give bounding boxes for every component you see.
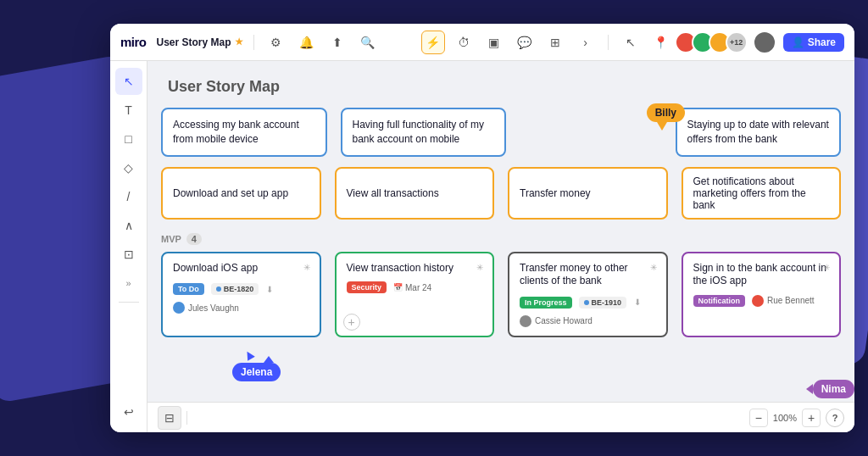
notifications-button[interactable]: 🔔 bbox=[295, 31, 319, 54]
task-card-4[interactable]: Sign in to the bank account in the iOS a… bbox=[682, 252, 842, 337]
task-row: Download iOS app To Do BE-1820 ⬇ Jules V… bbox=[161, 252, 841, 337]
epic-card-1[interactable]: Accessing my bank account from mobile de… bbox=[161, 108, 327, 157]
tool-sticky[interactable]: □ bbox=[115, 125, 142, 153]
bottom-bar: ⊟ − 100% + ? bbox=[147, 402, 854, 432]
card-action-icon-3[interactable]: ✳ bbox=[646, 260, 661, 275]
card-action-icon-1[interactable]: ✳ bbox=[299, 260, 314, 275]
add-icon-2[interactable]: + bbox=[343, 314, 360, 331]
tool-text[interactable]: T bbox=[115, 97, 142, 124]
assignee-3: Cassie Howard bbox=[520, 315, 656, 327]
undo-button[interactable]: ↩ bbox=[115, 398, 142, 425]
task-title-1: Download iOS app bbox=[173, 262, 309, 275]
grid-button[interactable]: ⊞ bbox=[543, 31, 567, 54]
task-meta-4: Notification Rue Bennett bbox=[693, 295, 830, 307]
jelena-label: Jelena bbox=[232, 363, 281, 381]
task-card-2[interactable]: View transaction history Security 📅 Mar … bbox=[335, 252, 495, 337]
share-icon: 👤 bbox=[792, 36, 804, 48]
task-meta-2: Security 📅 Mar 24 bbox=[347, 281, 483, 293]
tool-cursor[interactable]: ↖ bbox=[115, 68, 142, 95]
cursor-billy: Billy bbox=[647, 103, 685, 122]
sidebar-divider bbox=[119, 302, 139, 303]
card-download-icon-3[interactable]: ⬇ bbox=[630, 295, 645, 310]
assignee-avatar-1 bbox=[173, 302, 185, 314]
help-button[interactable]: ? bbox=[826, 409, 844, 427]
issue-tag-3: BE-1910 bbox=[579, 297, 627, 309]
billy-label: Billy bbox=[647, 103, 685, 122]
issue-dot-1 bbox=[216, 286, 221, 292]
zoom-out-button[interactable]: − bbox=[749, 409, 768, 427]
assignee-avatar-3 bbox=[520, 315, 531, 327]
tool-pen[interactable]: / bbox=[115, 183, 142, 210]
tool-more[interactable]: » bbox=[115, 270, 142, 297]
task-title-2: View transaction history bbox=[347, 262, 483, 275]
canvas[interactable]: User Story Map Billy Accessing my bank a… bbox=[147, 61, 854, 432]
card-actions-1: ✳ bbox=[299, 260, 314, 275]
epic-card-4[interactable]: Staying up to date with relevant offers … bbox=[676, 108, 842, 157]
lightning-button[interactable]: ⚡ bbox=[421, 31, 445, 54]
calendar-icon-2: 📅 bbox=[393, 283, 403, 292]
cursor-mode-button[interactable]: ↖ bbox=[619, 31, 643, 54]
card-action-icon-4[interactable]: ✳ bbox=[819, 260, 834, 275]
badge-inprogress-3: In Progress bbox=[520, 297, 572, 309]
epic-row: Accessing my bank account from mobile de… bbox=[161, 108, 841, 157]
task-card-3[interactable]: Transfer money to other clients of the b… bbox=[508, 252, 668, 337]
zoom-controls: − 100% + ? bbox=[749, 409, 844, 427]
card-action-icon-2[interactable]: ✳ bbox=[472, 260, 487, 275]
app-logo: miro bbox=[120, 35, 147, 49]
settings-button[interactable]: ⚙ bbox=[264, 31, 288, 54]
cards-container: Accessing my bank account from mobile de… bbox=[161, 108, 841, 337]
billy-arrow bbox=[657, 122, 667, 131]
nima-label: Nima bbox=[813, 380, 854, 398]
card-actions-3: ✳ bbox=[646, 260, 661, 275]
upload-button[interactable]: ⬆ bbox=[326, 31, 349, 54]
issue-dot-3 bbox=[584, 300, 589, 305]
cursor-nima: Nima bbox=[813, 380, 854, 398]
card-actions-4: ✳ bbox=[819, 260, 834, 275]
task-meta-3: In Progress BE-1910 ⬇ bbox=[520, 295, 656, 310]
assignee-4: Rue Bennett bbox=[752, 295, 815, 307]
add-sub-task-2[interactable]: + bbox=[343, 309, 360, 331]
task-title-3: Transfer money to other clients of the b… bbox=[520, 262, 656, 288]
toolbar-divider-2 bbox=[608, 35, 609, 50]
tool-shapes[interactable]: ◇ bbox=[115, 154, 142, 181]
canvas-title: User Story Map bbox=[168, 78, 280, 96]
star-icon[interactable]: ★ bbox=[235, 36, 243, 47]
badge-security-2: Security bbox=[347, 281, 387, 293]
bottom-divider bbox=[186, 411, 187, 425]
task-card-1[interactable]: Download iOS app To Do BE-1820 ⬇ Jules V… bbox=[161, 252, 321, 337]
story-card-1[interactable]: Download and set up app bbox=[161, 167, 321, 220]
comment-button[interactable]: 💬 bbox=[513, 31, 537, 54]
timer-button[interactable]: ⏱ bbox=[452, 31, 476, 54]
search-button[interactable]: 🔍 bbox=[356, 31, 380, 54]
tool-frame[interactable]: ⊡ bbox=[115, 241, 142, 268]
card-download-icon-1[interactable]: ⬇ bbox=[262, 281, 277, 297]
jelena-arrow bbox=[264, 356, 274, 363]
epic-card-2[interactable]: Having full functionality of my bank acc… bbox=[341, 108, 507, 157]
tool-connector[interactable]: ∧ bbox=[115, 212, 142, 239]
story-card-2[interactable]: View all transactions bbox=[335, 167, 495, 220]
sidebar: ↖ T □ ◇ / ∧ ⊡ » ↩ bbox=[110, 61, 147, 432]
story-card-4[interactable]: Get notifications about marketing offers… bbox=[682, 167, 842, 220]
cursor-jelena: Jelena bbox=[232, 363, 281, 381]
zoom-in-button[interactable]: + bbox=[802, 409, 821, 427]
task-title-4: Sign in to the bank account in the iOS a… bbox=[693, 262, 830, 288]
task-meta-1: To Do BE-1820 ⬇ bbox=[173, 281, 309, 297]
more-toolbar-button[interactable]: › bbox=[574, 31, 598, 54]
pin-button[interactable]: 📍 bbox=[649, 31, 673, 54]
badge-notification-4: Notification bbox=[693, 295, 746, 307]
share-button[interactable]: 👤 Share bbox=[783, 33, 844, 52]
date-tag-2: 📅 Mar 24 bbox=[393, 283, 431, 292]
assignee-1: Jules Vaughn bbox=[173, 302, 309, 314]
story-card-3[interactable]: Transfer money bbox=[508, 167, 668, 220]
screen-button[interactable]: ▣ bbox=[482, 31, 506, 54]
pages-button[interactable]: ⊟ bbox=[158, 406, 181, 430]
card-actions-2: ✳ bbox=[472, 260, 487, 275]
avatar-count[interactable]: +12 bbox=[726, 31, 748, 53]
story-row: Download and set up app View all transac… bbox=[161, 167, 841, 220]
user-avatar[interactable] bbox=[753, 31, 776, 54]
toolbar: miro User Story Map ★ ⚙ 🔔 ⬆ 🔍 ⚡ ⏱ ▣ 💬 ⊞ … bbox=[110, 24, 854, 61]
issue-tag-1: BE-1820 bbox=[211, 283, 259, 295]
zoom-level: 100% bbox=[773, 413, 797, 423]
collaborators-group: +12 bbox=[680, 31, 748, 53]
jelena-cursor-ptr bbox=[244, 349, 256, 361]
